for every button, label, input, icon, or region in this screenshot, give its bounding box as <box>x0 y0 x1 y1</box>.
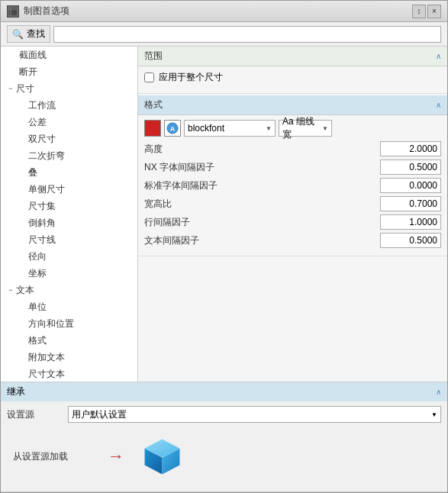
group-dim-label: 尺寸 <box>16 82 34 95</box>
tree-item-break[interactable]: 断开 <box>1 63 137 80</box>
format-title: 格式 <box>144 98 163 111</box>
text-spacing-input[interactable] <box>380 233 441 248</box>
main-window: 制图首选项 ↕ × 🔍 查找 截面线 断开 － 尺寸 工作流 公差 双尺寸 二次… <box>0 0 448 493</box>
aspect-row: 宽高比 <box>144 196 441 211</box>
range-collapse-icon: ∧ <box>436 52 441 60</box>
size-dropdown[interactable]: Aa 细线宽 ▼ <box>279 120 332 137</box>
title-bar-left: 制图首选项 <box>7 5 69 18</box>
std-spacing-input[interactable] <box>380 178 441 193</box>
inherit-header[interactable]: 继承 ∧ <box>1 382 447 401</box>
std-spacing-row: 标准字体间隔因子 <box>144 178 441 193</box>
settings-source-dropdown[interactable]: 用户默认设置 ▼ <box>68 406 441 423</box>
nx-spacing-input[interactable] <box>380 160 441 175</box>
size-dropdown-arrow: ▼ <box>322 125 328 132</box>
title-bar-controls: ↕ × <box>412 5 441 18</box>
format-section: 格式 ∧ A blockfont <box>138 95 447 256</box>
tree-item-stack[interactable]: 叠 <box>1 164 137 181</box>
right-panel: 范围 ∧ 应用于整个尺寸 格式 ∧ <box>138 47 447 382</box>
window-title: 制图首选项 <box>24 5 69 18</box>
inherit-section: 继承 ∧ 设置源 用户默认设置 ▼ 从设置源加载 → <box>1 382 447 492</box>
settings-source-row: 设置源 用户默认设置 ▼ <box>7 406 441 423</box>
settings-source-wrapper: 用户默认设置 ▼ <box>68 406 441 423</box>
apply-checkbox-row: 应用于整个尺寸 <box>144 71 441 84</box>
close-button[interactable]: × <box>427 5 441 18</box>
settings-source-value: 用户默认设置 <box>72 408 127 421</box>
cube-icon <box>139 433 185 479</box>
height-label: 高度 <box>144 143 377 156</box>
inherit-title: 继承 <box>7 385 25 398</box>
load-label: 从设置源加载 <box>13 450 82 463</box>
group-minus-icon: － <box>7 82 15 95</box>
inherit-collapse-icon: ∧ <box>436 388 441 396</box>
font-name: blockfont <box>188 123 224 134</box>
format-collapse-icon: ∧ <box>436 101 441 109</box>
font-icon[interactable]: A <box>164 120 181 137</box>
svg-text:A: A <box>170 125 176 133</box>
format-content: A blockfont ▼ Aa 细线宽 ▼ <box>138 115 447 256</box>
search-label: 查找 <box>27 27 45 40</box>
svg-rect-0 <box>8 7 18 16</box>
tree-item-dimset[interactable]: 尺寸集 <box>1 198 137 214</box>
tree-item-coords[interactable]: 坐标 <box>1 265 137 282</box>
format-section-header[interactable]: 格式 ∧ <box>138 95 447 115</box>
group-text-label: 文本 <box>16 283 34 297</box>
search-input[interactable] <box>53 26 441 43</box>
settings-source-label: 设置源 <box>7 408 68 421</box>
nx-spacing-label: NX 字体间隔因子 <box>144 161 377 174</box>
right-spacer <box>138 258 447 382</box>
settings-source-arrow: ▼ <box>431 411 437 418</box>
height-row: 高度 <box>144 141 441 156</box>
font-dropdown-arrow: ▼ <box>266 125 272 132</box>
tree-item-cutline[interactable]: 截面线 <box>1 47 137 63</box>
text-spacing-label: 文本间隔因子 <box>144 234 377 247</box>
title-bar: 制图首选项 ↕ × <box>1 1 447 22</box>
aspect-label: 宽高比 <box>144 198 377 211</box>
arrow-indicator: → <box>108 446 124 466</box>
load-area: 从设置源加载 → <box>7 426 441 487</box>
restore-button[interactable]: ↕ <box>412 5 426 18</box>
apply-checkbox[interactable] <box>144 72 154 82</box>
tree-item-radial[interactable]: 径向 <box>1 248 137 265</box>
main-content: 截面线 断开 － 尺寸 工作流 公差 双尺寸 二次折弯 叠 单侧尺寸 尺寸集 倒… <box>1 47 447 382</box>
std-spacing-label: 标准字体间隔因子 <box>144 179 377 192</box>
search-button[interactable]: 🔍 查找 <box>7 25 50 43</box>
tree-item-single[interactable]: 单侧尺寸 <box>1 181 137 198</box>
tree-item-orientation[interactable]: 方向和位置 <box>1 315 137 332</box>
tree-panel: 截面线 断开 － 尺寸 工作流 公差 双尺寸 二次折弯 叠 单侧尺寸 尺寸集 倒… <box>1 47 138 382</box>
bottom-panel: 继承 ∧ 设置源 用户默认设置 ▼ 从设置源加载 → <box>1 382 447 492</box>
color-picker[interactable] <box>144 120 161 137</box>
range-title: 范围 <box>144 50 163 63</box>
line-spacing-label: 行间隔因子 <box>144 216 377 229</box>
tree-item-decimal[interactable]: 二次折弯 <box>1 147 137 164</box>
apply-label: 应用于整个尺寸 <box>159 71 223 84</box>
tree-item-append[interactable]: 附加文本 <box>1 349 137 366</box>
tree-group-dimension: － 尺寸 <box>1 80 137 97</box>
line-spacing-input[interactable] <box>380 214 441 230</box>
aspect-input[interactable] <box>380 196 441 211</box>
tree-item-tolerance[interactable]: 公差 <box>1 114 137 130</box>
tree-item-dual[interactable]: 双尺寸 <box>1 130 137 147</box>
toolbar: 🔍 查找 <box>1 22 447 47</box>
tree-item-dimline[interactable]: 尺寸线 <box>1 231 137 248</box>
search-icon: 🔍 <box>12 29 24 40</box>
group-minus-icon2: － <box>7 283 15 297</box>
format-font-row: A blockfont ▼ Aa 细线宽 ▼ <box>144 120 441 137</box>
range-section: 范围 ∧ 应用于整个尺寸 <box>138 47 447 94</box>
height-input[interactable] <box>380 141 441 156</box>
font-dropdown[interactable]: blockfont ▼ <box>184 120 276 137</box>
text-spacing-row: 文本间隔因子 <box>144 233 441 248</box>
tree-item-workflow[interactable]: 工作流 <box>1 97 137 114</box>
range-content: 应用于整个尺寸 <box>138 66 447 93</box>
line-spacing-row: 行间隔因子 <box>144 214 441 230</box>
tree-item-unit[interactable]: 单位 <box>1 298 137 315</box>
tree-item-format[interactable]: 格式 <box>1 332 137 349</box>
tree-item-dimtext[interactable]: 尺寸文本 <box>1 366 137 382</box>
tree-group-text: － 文本 <box>1 282 137 298</box>
range-section-header[interactable]: 范围 ∧ <box>138 47 447 66</box>
nx-spacing-row: NX 字体间隔因子 <box>144 160 441 175</box>
app-icon <box>7 5 19 18</box>
size-label: Aa 细线宽 <box>282 115 321 141</box>
tree-item-chamfer[interactable]: 倒斜角 <box>1 214 137 231</box>
